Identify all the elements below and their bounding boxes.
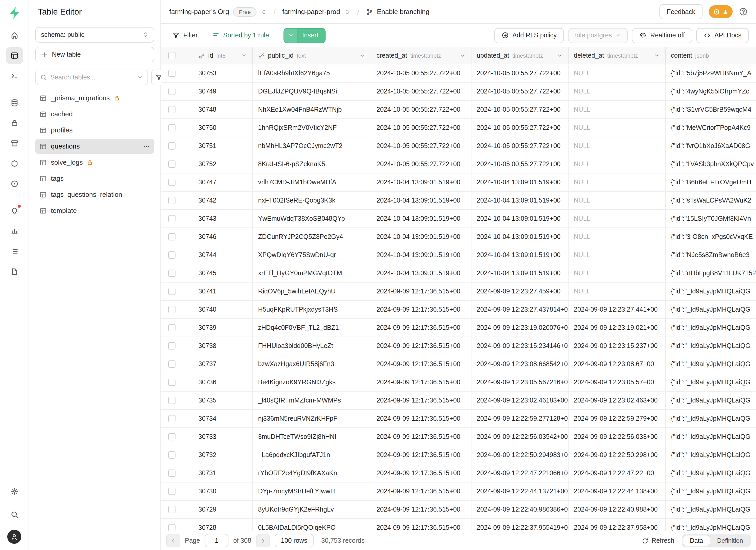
cell-public_id[interactable]: ZDCunRYJP2CQ5Z8Po2Gy4 [253,228,371,246]
org-name[interactable]: farming-paper's Org [169,8,229,16]
row-checkbox[interactable] [168,106,175,113]
row-checkbox[interactable] [168,233,175,240]
cell-content[interactable]: {"id":"_Id9aLyJpMHQLaiQG [666,301,756,318]
row-checkbox[interactable] [168,70,175,77]
cell-public_id[interactable]: DGEJfJZPQUV9Q-IBqsNSi [253,83,371,100]
column-menu-icon[interactable] [654,52,660,59]
cell-updated_at[interactable]: 2024-10-05 00:55:27.722+00 [471,101,569,118]
cell-deleted_at[interactable]: 2024-09-09 12:22:37.958+00 [569,519,666,531]
row-checkbox[interactable] [168,270,175,277]
cell-created_at[interactable]: 2024-10-04 13:09:01.519+00 [371,173,471,191]
cell-content[interactable]: {"id":"MeWCriorTPopA4Kc9 [666,119,756,137]
row-checkbox[interactable] [168,179,175,186]
row-checkbox[interactable] [168,306,175,313]
cell-updated_at[interactable]: 2024-09-09 12:23:05.567216+00 [471,373,569,391]
cell-public_id[interactable]: YwEmuWdqT38XoSB048QYp [253,210,371,227]
chevron-down-icon[interactable] [137,74,143,81]
cell-id[interactable]: 30742 [193,192,253,209]
column-header-deleted_at[interactable]: deleted_attimestamptz [569,47,666,64]
cell-deleted_at[interactable]: NULL [569,283,666,300]
table-editor-icon[interactable] [6,47,23,64]
cell-id[interactable]: 30739 [193,319,253,337]
sidebar-item-cached[interactable]: cached [35,106,154,122]
row-checkbox[interactable] [168,397,175,404]
column-menu-icon[interactable] [460,52,466,59]
cell-updated_at[interactable]: 2024-09-09 12:22:56.03542+00 [471,428,569,446]
cell-created_at[interactable]: 2024-09-09 12:17:36.515+00 [371,428,471,446]
supabase-logo-icon[interactable] [6,5,22,21]
column-header-public_id[interactable]: public_idtext [253,47,371,64]
cell-id[interactable]: 30738 [193,337,253,355]
cell-deleted_at[interactable]: NULL [569,210,666,227]
database-icon[interactable] [6,95,23,111]
cell-deleted_at[interactable]: 2024-09-09 12:22:47.22+00 [569,464,666,482]
new-table-button[interactable]: New table [35,47,154,62]
cell-updated_at[interactable]: 2024-10-04 13:09:01.519+00 [471,210,569,227]
cell-id[interactable]: 30740 [193,301,253,318]
cell-id[interactable]: 30731 [193,464,253,482]
project-name[interactable]: farming-paper-prod [282,8,340,16]
org-switcher-icon[interactable] [261,9,267,15]
row-checkbox[interactable] [168,451,175,459]
cell-content[interactable]: {"id":"NJe5s8ZmBwnoB6e3 [666,246,756,264]
cell-created_at[interactable]: 2024-09-09 12:17:36.515+00 [371,482,471,500]
cell-updated_at[interactable]: 2024-09-09 12:23:15.234146+00 [471,337,569,355]
cell-content[interactable]: {"id":"_Id9aLyJpMHQLaiQG [666,519,756,531]
column-menu-icon[interactable] [557,52,563,59]
cell-deleted_at[interactable]: 2024-09-09 12:23:08.67+00 [569,355,666,373]
api-docs-button[interactable]: API Docs [696,28,749,43]
cell-updated_at[interactable]: 2024-10-05 00:55:27.722+00 [471,119,569,137]
row-checkbox[interactable] [168,251,175,259]
row-checkbox[interactable] [168,88,175,95]
cell-deleted_at[interactable]: 2024-09-09 12:22:56.033+00 [569,428,666,446]
cell-public_id[interactable]: Be4KignzoK9YRGNI3Zgks [253,373,371,391]
cell-updated_at[interactable]: 2024-10-04 13:09:01.519+00 [471,173,569,191]
settings-icon[interactable] [6,483,23,500]
sort-button[interactable]: Sorted by 1 rule [208,29,273,42]
cell-created_at[interactable]: 2024-09-09 12:17:36.515+00 [371,501,471,518]
column-menu-icon[interactable] [359,52,366,59]
cell-public_id[interactable]: 8yUKotr9qGYjK2eFRhgLv [253,501,371,518]
cell-updated_at[interactable]: 2024-10-04 13:09:01.519+00 [471,246,569,264]
cell-deleted_at[interactable]: NULL [569,64,666,82]
cell-deleted_at[interactable]: 2024-09-09 12:22:40.988+00 [569,501,666,518]
cell-created_at[interactable]: 2024-09-09 12:17:36.515+00 [371,283,471,300]
sql-editor-icon[interactable] [6,68,23,84]
cell-content[interactable]: {"id":"_Id9aLyJpMHQLaiQG [666,428,756,446]
cell-id[interactable]: 30736 [193,373,253,391]
sidebar-item-_prisma_migrations[interactable]: _prisma_migrations [35,90,154,105]
cell-deleted_at[interactable]: NULL [569,264,666,282]
cell-id[interactable]: 30752 [193,155,253,173]
realtime-toggle-button[interactable]: Realtime off [632,28,692,43]
cell-updated_at[interactable]: 2024-09-09 12:22:37.955419+00 [471,519,569,531]
plan-badge[interactable]: Free [233,7,256,16]
sidebar-item-questions[interactable]: questions [35,139,154,154]
row-checkbox[interactable] [168,379,175,386]
cell-public_id[interactable]: xrETl_HyGY0mPMGVqtOTM [253,264,371,282]
cell-content[interactable]: {"id":"_Id9aLyJpMHQLaiQG [666,319,756,337]
cell-updated_at[interactable]: 2024-09-09 12:23:27.459+00 [471,283,569,300]
cell-id[interactable]: 30750 [193,119,253,137]
cell-deleted_at[interactable]: 2024-09-09 12:22:50.298+00 [569,446,666,464]
cell-deleted_at[interactable]: 2024-09-09 12:23:27.441+00 [569,301,666,318]
cell-public_id[interactable]: zHDq4c0F0VBF_TL2_dBZ1 [253,319,371,337]
cell-created_at[interactable]: 2024-10-04 13:09:01.519+00 [371,246,471,264]
previous-page-button[interactable] [166,534,180,547]
cell-created_at[interactable]: 2024-10-05 00:55:27.722+00 [371,64,471,82]
cell-id[interactable]: 30741 [193,283,253,300]
cell-content[interactable]: {"id":"_Id9aLyJpMHQLaiQG [666,446,756,464]
cell-content[interactable]: {"id":"_Id9aLyJpMHQLaiQG [666,501,756,518]
cell-updated_at[interactable]: 2024-10-04 13:09:01.519+00 [471,192,569,209]
rows-per-page-select[interactable]: 100 rows [275,534,313,547]
cell-content[interactable]: {"id":"_Id9aLyJpMHQLaiQG [666,355,756,373]
cell-updated_at[interactable]: 2024-09-09 12:23:02.46183+00 [471,392,569,409]
usage-notification-badge[interactable] [709,5,733,18]
cell-public_id[interactable]: nxFT002ISeRE-Qobg3K3k [253,192,371,209]
cell-created_at[interactable]: 2024-09-09 12:17:36.515+00 [371,355,471,373]
row-checkbox[interactable] [168,488,175,495]
cell-created_at[interactable]: 2024-09-09 12:17:36.515+00 [371,301,471,318]
edge-functions-icon[interactable] [6,155,23,172]
cell-created_at[interactable]: 2024-09-09 12:17:36.515+00 [371,519,471,531]
cell-created_at[interactable]: 2024-10-04 13:09:01.519+00 [371,210,471,227]
cell-created_at[interactable]: 2024-10-05 00:55:27.722+00 [371,119,471,137]
